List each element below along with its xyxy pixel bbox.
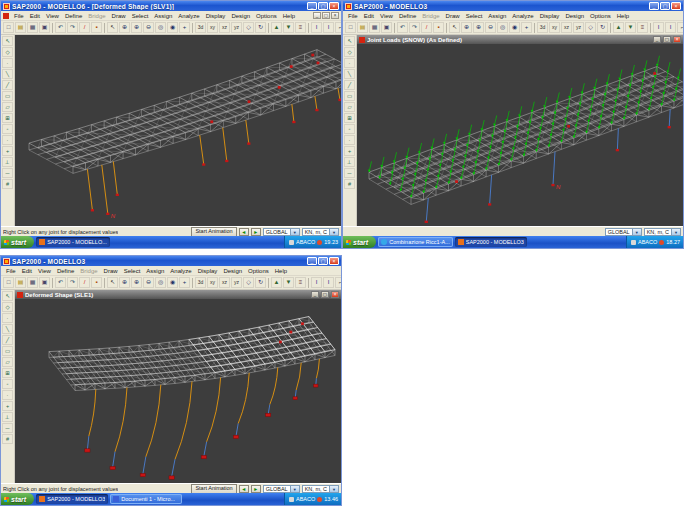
model-viewport[interactable]: Joint Loads (SNOW) (As Defined) _ ▢ × N [357,35,683,226]
zoom-previous-icon[interactable]: ◉ [167,277,178,288]
child-maximize-button[interactable]: ▢ [321,291,329,298]
frame-props-icon[interactable]: ⌐ [677,22,683,33]
snap-perp-icon[interactable]: ⊥ [2,412,13,422]
menu-item[interactable]: View [43,13,62,19]
menu-item[interactable]: Draw [101,268,121,274]
menu-item[interactable]: Display [203,13,229,19]
view-3d-icon[interactable]: 3d [195,277,206,288]
child-restore-button[interactable]: ▢ [322,12,330,19]
draw-area-icon[interactable]: ▱ [344,102,355,112]
tray-icon[interactable] [631,240,636,245]
view-3d-icon[interactable]: 3d [195,22,206,33]
draw-quad-icon[interactable]: ▭ [344,91,355,101]
child-window-title-bar[interactable]: Deformed Shape (SLE1) _ ▢ × [15,290,341,299]
menu-item[interactable]: Assign [143,268,167,274]
save-icon[interactable]: ▦ [27,22,38,33]
new-icon[interactable]: □ [345,22,356,33]
open-icon[interactable]: ▤ [15,22,26,33]
snap-line-icon[interactable]: ─ [2,423,13,433]
menu-item[interactable]: Edit [361,13,377,19]
draw-quad-icon[interactable]: ▭ [2,91,13,101]
menu-item[interactable]: Options [245,268,272,274]
title-bar[interactable]: SAP2000 - MODELLO6 - [Deformed Shape (SL… [1,1,341,11]
pointer-icon[interactable]: ↖ [107,277,118,288]
menu-item[interactable]: Options [587,13,614,19]
child-close-button[interactable]: × [331,291,339,298]
menu-item[interactable]: Help [280,13,298,19]
view-yz-icon[interactable]: yz [231,277,242,288]
menu-item[interactable]: Bridge [77,268,100,274]
child-maximize-button[interactable]: ▢ [663,36,671,43]
pen-icon[interactable]: / [421,22,432,33]
show-forces-icon[interactable]: I [653,22,664,33]
snap-intersect-icon[interactable]: + [344,146,355,156]
redo-icon[interactable]: ↷ [67,277,78,288]
csys-dropdown[interactable]: GLOBAL ▼ [605,228,642,236]
start-button[interactable]: start [1,236,34,248]
draw-frame-icon[interactable]: ╲ [2,69,13,79]
child-minimize-button[interactable]: _ [311,291,319,298]
child-minimize-button[interactable]: _ [653,36,661,43]
title-bar[interactable]: SAP2000 - MODELLO3 _ ▢ × [343,1,683,11]
menu-item[interactable]: Define [62,13,85,19]
chevron-down-icon[interactable]: ▼ [290,486,299,492]
print-icon[interactable]: ▣ [39,277,50,288]
snap-end-icon[interactable]: ∙ [2,135,13,145]
zoom-out-icon[interactable]: ⊖ [143,22,154,33]
units-dropdown[interactable]: KN, m, C ▼ [302,228,339,236]
down-level-icon[interactable]: ▼ [283,277,294,288]
tray-icon[interactable] [289,497,294,502]
taskbar-task-button[interactable]: Combinazione Ricc1-A... [378,237,453,247]
deformed-shape-view[interactable] [15,299,341,483]
show-forces-icon[interactable]: I [311,22,322,33]
view-xz-icon[interactable]: xz [219,277,230,288]
down-level-icon[interactable]: ▼ [283,22,294,33]
section-icon[interactable]: Ι [665,22,676,33]
menu-item[interactable]: Bridge [419,13,442,19]
pan-icon[interactable]: + [179,22,190,33]
perspective-icon[interactable]: ◇ [243,277,254,288]
select-pointer-icon[interactable]: ↖ [2,291,13,301]
assign-icon[interactable]: ≡ [637,22,648,33]
volume-icon[interactable] [317,240,322,245]
zoom-window-icon[interactable]: ⊕ [119,277,130,288]
menu-item[interactable]: Analyze [509,13,536,19]
menu-item[interactable]: View [35,268,54,274]
pen-icon[interactable]: / [79,277,90,288]
start-animation-button[interactable]: Start Animation [191,484,236,494]
draw-frame-icon[interactable]: ╲ [2,324,13,334]
zoom-full-icon[interactable]: ◎ [155,277,166,288]
up-level-icon[interactable]: ▲ [271,277,282,288]
save-icon[interactable]: ▦ [27,277,38,288]
zoom-out-icon[interactable]: ⊖ [485,22,496,33]
volume-icon[interactable] [659,240,664,245]
open-icon[interactable]: ▤ [357,22,368,33]
animation-left-button[interactable]: ◄ [239,228,249,236]
assign-icon[interactable]: ≡ [295,277,306,288]
print-icon[interactable]: ▣ [39,22,50,33]
draw-frame-icon[interactable]: ╲ [344,69,355,79]
section-icon[interactable]: Ι [323,22,334,33]
new-icon[interactable]: □ [3,22,14,33]
menu-item[interactable]: Analyze [167,268,194,274]
lock-icon[interactable]: ▪ [433,22,444,33]
rotate-icon[interactable]: ↻ [255,277,266,288]
view-xz-icon[interactable]: xz [561,22,572,33]
minimize-button[interactable]: _ [307,2,317,10]
quick-frame-icon[interactable]: ╱ [2,80,13,90]
pan-icon[interactable]: + [521,22,532,33]
menu-item[interactable]: Select [129,13,152,19]
open-icon[interactable]: ▤ [15,277,26,288]
zoom-in-icon[interactable]: ⊕ [131,277,142,288]
snap-joint-icon[interactable]: ◦ [2,124,13,134]
taskbar-task-button[interactable]: SAP2000 - MODELLO... [36,237,110,247]
chevron-down-icon[interactable]: ▼ [329,486,338,492]
snap-joint-icon[interactable]: ◦ [2,379,13,389]
volume-icon[interactable] [317,497,322,502]
view-xy-icon[interactable]: xy [207,22,218,33]
units-dropdown[interactable]: KN, m, C ▼ [644,228,681,236]
menu-item[interactable]: Help [614,13,632,19]
menu-item[interactable]: Edit [19,268,35,274]
view-yz-icon[interactable]: yz [231,22,242,33]
child-minimize-button[interactable]: _ [313,12,321,19]
